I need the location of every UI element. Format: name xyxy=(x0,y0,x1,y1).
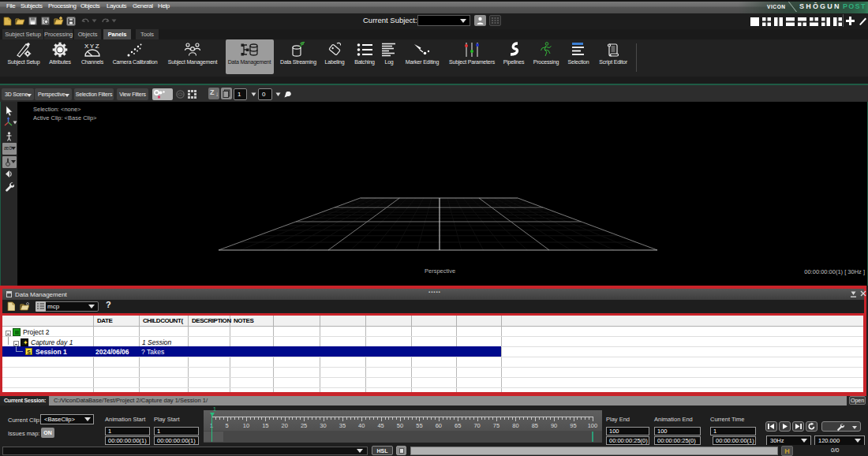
svg-text:XYZ: XYZ xyxy=(84,43,100,50)
